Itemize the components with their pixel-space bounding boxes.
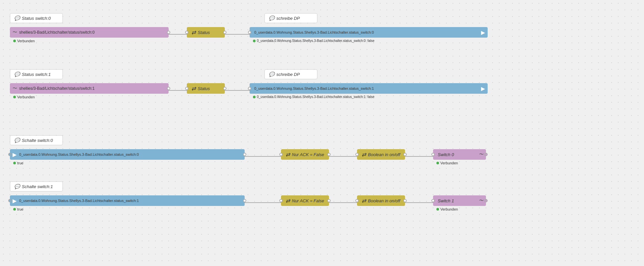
status-switch-2: Verbunden bbox=[436, 207, 458, 211]
transform-node-boolean-2[interactable]: ⇄ Boolean in on/off bbox=[357, 195, 405, 206]
port-left-t6 bbox=[355, 199, 359, 202]
transform-label-2: Status bbox=[198, 86, 210, 91]
comment-label-4: schreibe DP bbox=[276, 72, 300, 77]
arrow-left-r2: ▶ bbox=[13, 198, 17, 204]
status-text-s2: Verbunden bbox=[440, 207, 458, 211]
status-dot-w1 bbox=[253, 40, 256, 42]
comment-schreibe-dp-1: 💬 schreibe DP bbox=[264, 13, 317, 23]
status-text-r2: true bbox=[17, 207, 23, 211]
transform-node-boolean-1[interactable]: ⇄ Boolean in on/off bbox=[357, 149, 405, 160]
arrow-right-w2: ▶ bbox=[481, 85, 485, 92]
port-right-r1 bbox=[243, 153, 246, 156]
status-text-w2: 0_userdata.0.Wohnung.Status.Shellys.3-Ba… bbox=[257, 95, 375, 99]
switch-label-1: Switch 0 bbox=[438, 152, 454, 157]
transform-node-status-2[interactable]: ⇄ Status bbox=[187, 83, 225, 94]
comment-icon-2: 💬 bbox=[14, 72, 20, 77]
comment-label-6: Schalte switch:1 bbox=[22, 184, 53, 189]
mqtt-label-1: shellies/3-Bad/Lichtschalter/status/swit… bbox=[19, 30, 95, 35]
port-right-t4 bbox=[327, 199, 331, 202]
port-left-s1 bbox=[431, 153, 435, 156]
port-left-t4 bbox=[279, 199, 283, 202]
switch-node-1[interactable]: Switch 0 〜 bbox=[433, 149, 486, 160]
wave-icon-1: 〜 bbox=[13, 29, 17, 35]
comment-schalte-switch-0: 💬 Schalte switch:0 bbox=[10, 135, 63, 145]
status-dot-s1 bbox=[436, 162, 439, 164]
status-text-w1: 0_userdata.0.Wohnung.Status.Shellys.3-Ba… bbox=[257, 39, 375, 43]
status-dot-r2 bbox=[13, 208, 16, 211]
comment-icon-5: 💬 bbox=[14, 138, 20, 143]
shuffle-icon-6: ⇄ bbox=[362, 198, 366, 204]
canvas: 💬 Status switch:0 💬 Status switch:1 💬 sc… bbox=[0, 0, 644, 266]
comment-icon-6: 💬 bbox=[14, 184, 20, 189]
status-text-s1: Verbunden bbox=[440, 161, 458, 165]
mqtt-node-0[interactable]: 〜 shellies/3-Bad/Lichtschalter/status/sw… bbox=[10, 27, 169, 38]
wave-right-s2: 〜 bbox=[479, 198, 483, 204]
transform-label-1: Status bbox=[198, 30, 210, 35]
status-text-r1: true bbox=[17, 161, 23, 165]
port-right-s2 bbox=[484, 199, 488, 202]
transform-node-status-1[interactable]: ⇄ Status bbox=[187, 27, 225, 38]
comment-icon: 💬 bbox=[14, 16, 20, 21]
status-dot-w2 bbox=[253, 96, 256, 98]
shuffle-icon-4: ⇄ bbox=[286, 198, 290, 204]
comment-status-switch-0: 💬 Status switch:0 bbox=[10, 13, 63, 23]
port-right-t1 bbox=[223, 31, 226, 34]
iobroker-read-node-1[interactable]: ▶ 0_userdata.0.Wohnung.Status.Shellys.3-… bbox=[10, 149, 245, 160]
port-left-t1 bbox=[185, 31, 188, 34]
switch-node-2[interactable]: Switch 1 〜 bbox=[433, 195, 486, 206]
transform-label-3: Nur ACK = False bbox=[292, 152, 324, 157]
port-left-s2 bbox=[431, 199, 435, 202]
port-left-t3 bbox=[279, 153, 283, 156]
shuffle-icon-2: ⇄ bbox=[191, 85, 196, 92]
status-dot-s2 bbox=[436, 208, 439, 211]
status-iobroker-r1: true bbox=[13, 161, 23, 165]
port-right-t3 bbox=[327, 153, 331, 156]
port-right-t5 bbox=[403, 153, 407, 156]
comment-icon-4: 💬 bbox=[269, 72, 274, 77]
iobroker-read-node-2[interactable]: ▶ 0_userdata.0.Wohnung.Status.Shellys.3-… bbox=[10, 195, 245, 206]
arrow-right-w1: ▶ bbox=[481, 29, 485, 36]
port-right-r2 bbox=[243, 199, 246, 202]
comment-label: Status switch:0 bbox=[22, 16, 51, 21]
status-text-m1: Verbunden bbox=[17, 39, 35, 43]
comment-label-2: Status switch:1 bbox=[22, 72, 51, 77]
status-mqtt-1: Verbunden bbox=[13, 39, 35, 43]
port-right-m1 bbox=[167, 31, 170, 34]
port-left-w2 bbox=[248, 87, 251, 90]
shuffle-icon-3: ⇄ bbox=[286, 151, 290, 158]
iobroker-read-label-1: 0_userdata.0.Wohnung.Status.Shellys.3-Ba… bbox=[19, 152, 139, 156]
comment-label-5: Schalte switch:0 bbox=[22, 138, 53, 143]
mqtt-node-1[interactable]: 〜 shellies/3-Bad/Lichtschalter/status/sw… bbox=[10, 83, 169, 94]
iobroker-write-label-1: 0_userdata.0.Wohnung.Status.Shellys.3-Ba… bbox=[254, 30, 374, 34]
transform-label-5: Boolean in on/off bbox=[368, 152, 400, 157]
port-left-r2 bbox=[8, 199, 12, 202]
wave-right-s1: 〜 bbox=[479, 151, 483, 157]
comment-schalte-switch-1: 💬 Schalte switch:1 bbox=[10, 182, 63, 191]
status-iobroker-w2: 0_userdata.0.Wohnung.Status.Shellys.3-Ba… bbox=[253, 95, 375, 99]
status-iobroker-r2: true bbox=[13, 207, 23, 211]
comment-icon-3: 💬 bbox=[269, 16, 274, 21]
iobroker-read-label-2: 0_userdata.0.Wohnung.Status.Shellys.3-Ba… bbox=[19, 199, 139, 203]
port-right-s1 bbox=[484, 153, 488, 156]
port-right-t2 bbox=[223, 87, 226, 90]
port-left-r1 bbox=[8, 153, 12, 156]
transform-node-nur-ack-1[interactable]: ⇄ Nur ACK = False bbox=[281, 149, 329, 160]
transform-label-4: Nur ACK = False bbox=[292, 198, 324, 203]
shuffle-icon-1: ⇄ bbox=[191, 29, 196, 36]
iobroker-write-node-1[interactable]: 0_userdata.0.Wohnung.Status.Shellys.3-Ba… bbox=[250, 27, 488, 38]
status-switch-1: Verbunden bbox=[436, 161, 458, 165]
iobroker-write-label-2: 0_userdata.0.Wohnung.Status.Shellys.3-Ba… bbox=[254, 86, 374, 90]
arrow-left-r1: ▶ bbox=[13, 151, 17, 158]
port-right-m2 bbox=[167, 87, 170, 90]
port-left-t5 bbox=[355, 153, 359, 156]
iobroker-write-node-2[interactable]: 0_userdata.0.Wohnung.Status.Shellys.3-Ba… bbox=[250, 83, 488, 94]
mqtt-label-2: shellies/3-Bad/Lichtschalter/status/swit… bbox=[19, 86, 95, 91]
shuffle-icon-5: ⇄ bbox=[362, 151, 366, 158]
status-mqtt-2: Verbunden bbox=[13, 95, 35, 99]
transform-node-nur-ack-2[interactable]: ⇄ Nur ACK = False bbox=[281, 195, 329, 206]
wave-icon-2: 〜 bbox=[13, 85, 17, 91]
status-dot-r1 bbox=[13, 162, 16, 164]
comment-label-3: schreibe DP bbox=[276, 16, 300, 21]
comment-schreibe-dp-2: 💬 schreibe DP bbox=[264, 69, 317, 79]
switch-label-2: Switch 1 bbox=[438, 198, 454, 203]
